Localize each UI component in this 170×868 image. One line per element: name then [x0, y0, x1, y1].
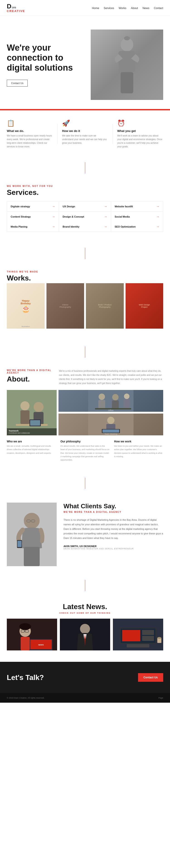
work-item-3[interactable]: Book / ProductPhotography	[86, 283, 124, 329]
feature-1-text: We have a small business open nearly hou…	[7, 134, 53, 149]
news-item-3[interactable]	[113, 619, 163, 650]
feature-3-title: What you get	[117, 129, 163, 133]
about-stat-who: Who we are We are a small, versatile, mu…	[7, 440, 56, 462]
svg-rect-18	[124, 399, 130, 408]
about-description: We're a mix of business professionals an…	[59, 369, 163, 385]
service-item-1[interactable]: Digitale strategy →	[7, 202, 59, 212]
hero-section: We're your connection to digital solutio…	[0, 16, 170, 109]
testimonial-photo	[7, 503, 57, 566]
testimonial-text: There is no shortage of Digital Marketin…	[64, 518, 163, 540]
about-img-office-2: Team Meeting	[59, 413, 163, 435]
svg-rect-52	[142, 636, 154, 641]
about-img-teamwork: Teamwork Contribute and collaborate	[7, 390, 57, 435]
services-section: WE WORK WITH, NOT FOR YOU Services. Digi…	[0, 178, 170, 243]
about-small-images: Office Team Meeting	[59, 390, 163, 435]
svg-point-5	[21, 401, 30, 410]
feature-divider-1	[57, 124, 58, 144]
svg-text:Team Meeting: Team Meeting	[104, 433, 117, 435]
svg-point-40	[19, 623, 31, 630]
nav-contact[interactable]: Contact	[154, 7, 163, 10]
hero-person-photo	[91, 30, 163, 100]
svg-point-17	[124, 394, 129, 399]
svg-point-22	[107, 417, 114, 424]
cta-button[interactable]: Contact Us	[138, 673, 163, 682]
svg-rect-16	[112, 400, 119, 409]
testimonial-subtitle: WE'RE MORE THAN A DIGITAL AGENCY	[64, 511, 163, 513]
work-item-2[interactable]: InteriorPhotography	[46, 283, 84, 329]
feature-2: 🚀 How we do it We take the time to make …	[62, 120, 108, 149]
section-divider-5	[0, 575, 170, 596]
service-item-4[interactable]: Content Strategy →	[7, 212, 59, 222]
news-2-svg	[60, 619, 110, 650]
logo-creative: CREATIVE	[7, 9, 25, 12]
service-item-6[interactable]: Social Media →	[111, 212, 163, 222]
nav-home[interactable]: Home	[92, 7, 99, 10]
news-section: Latest News. CHECK OUT SOME OF OUR THINK…	[0, 596, 170, 662]
service-item-9[interactable]: SEO Optimization →	[111, 222, 163, 231]
services-title: Services.	[7, 188, 163, 197]
testimonial-section: What Clients Say. WE'RE MORE THAN A DIGI…	[0, 494, 170, 575]
news-1-svg: NEWS	[7, 619, 57, 650]
service-item-2[interactable]: UX Design →	[59, 202, 111, 212]
office-2-svg: Team Meeting	[59, 413, 163, 435]
svg-rect-25	[102, 430, 119, 433]
service-arrow-4: →	[52, 215, 55, 218]
logo-ore: ore	[12, 6, 16, 9]
testimonial-title: What Clients Say.	[64, 503, 163, 510]
person-silhouette-svg	[104, 33, 149, 96]
svg-rect-3	[121, 72, 133, 93]
svg-point-46	[80, 624, 90, 634]
nav-services[interactable]: Services	[104, 7, 114, 10]
service-item-3[interactable]: Website facelift →	[111, 202, 163, 212]
divider-line-3	[85, 346, 85, 358]
svg-rect-51	[142, 630, 154, 635]
service-name-1: Digitale strategy	[11, 205, 30, 208]
work-item-4[interactable]: Web DesignProject	[126, 283, 163, 329]
service-name-9: SEO Optimization	[115, 225, 136, 228]
news-title: Latest News.	[7, 602, 163, 611]
nav-works[interactable]: Works	[118, 7, 126, 10]
service-name-6: Social Media	[115, 215, 130, 218]
about-stats: Who we are We are a small, versatile, mu…	[7, 440, 163, 462]
service-item-7[interactable]: Media Planing →	[7, 222, 59, 231]
divider-line-2	[85, 248, 85, 259]
divider-line-1	[85, 162, 85, 174]
services-grid: Digitale strategy → UX Design → Website …	[7, 201, 163, 232]
service-item-5[interactable]: Design & Concept →	[59, 212, 111, 222]
feature-1-icon: 📋	[7, 120, 53, 127]
about-title-block: WE'RE MORE THAN A DIGITAL AGENCY About.	[7, 369, 52, 385]
svg-rect-50	[122, 630, 140, 641]
work-item-1[interactable]: HappyBirthday 🎂 Illustration	[7, 283, 45, 329]
svg-rect-34	[24, 547, 40, 566]
service-arrow-6: →	[156, 215, 159, 218]
feature-2-text: We take the time to make sure we underst…	[62, 134, 108, 145]
works-section: THINGS WE'VE MADE Works. HappyBirthday 🎂…	[0, 264, 170, 342]
news-3-svg	[113, 619, 163, 650]
svg-rect-55	[127, 644, 149, 648]
service-name-7: Media Planing	[11, 225, 27, 228]
works-row-1: HappyBirthday 🎂 Illustration InteriorPho…	[7, 283, 163, 329]
cta-section: Let's Talk? Contact Us	[0, 662, 170, 693]
nav-news[interactable]: News	[143, 7, 149, 10]
svg-rect-14	[98, 400, 105, 409]
nav-about[interactable]: About	[131, 7, 138, 10]
service-arrow-7: →	[52, 225, 55, 228]
hero-cta-button[interactable]: Contact Us	[7, 80, 28, 87]
news-item-2[interactable]	[60, 619, 110, 650]
testimonial-content: What Clients Say. WE'RE MORE THAN A DIGI…	[64, 503, 163, 566]
service-item-8[interactable]: Brand Identity →	[59, 222, 111, 231]
feature-1-title: What we do.	[7, 129, 53, 133]
svg-point-28	[24, 513, 40, 529]
svg-rect-33	[18, 541, 22, 547]
logo-d: D	[7, 3, 11, 9]
news-thumb-3	[113, 619, 163, 650]
section-divider-4	[0, 473, 170, 494]
svg-text:Office: Office	[108, 409, 113, 411]
service-arrow-9: →	[156, 225, 159, 228]
svg-point-13	[99, 394, 105, 400]
about-stat-philosophy-title: Our philosophy	[61, 440, 110, 443]
hero-text: We're your connection to digital solutio…	[7, 43, 79, 86]
testimonial-image	[7, 503, 57, 566]
news-item-1[interactable]: NEWS	[7, 619, 57, 650]
testimonial-person-svg	[7, 503, 57, 566]
